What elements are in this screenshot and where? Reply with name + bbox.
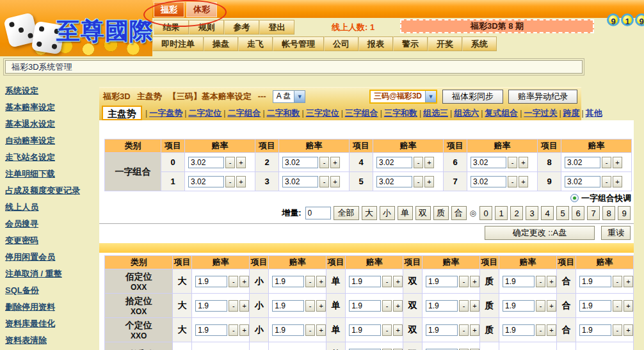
odds-plus-button[interactable]: + — [519, 176, 528, 187]
odds-minus-button[interactable]: - — [459, 300, 469, 312]
filter-prime-button[interactable]: 质 — [433, 206, 449, 220]
odds-input[interactable] — [426, 276, 458, 287]
odds-input[interactable] — [195, 276, 227, 287]
odds-minus-button[interactable]: - — [613, 324, 622, 336]
odds-minus-button[interactable]: - — [613, 300, 622, 312]
odds-input[interactable] — [471, 176, 506, 187]
odds-minus-button[interactable]: - — [508, 176, 517, 187]
tab-one-digit-board[interactable]: 一字盘势 — [149, 107, 182, 119]
increment-input[interactable] — [305, 207, 331, 219]
digit-1-button[interactable]: 1 — [495, 206, 508, 220]
sidebar-item-table-clear[interactable]: 资料表清除 — [5, 336, 47, 345]
odds-minus-button[interactable]: - — [229, 276, 238, 287]
odds-plus-button[interactable]: + — [316, 276, 326, 287]
filter-all-button[interactable]: 全部 — [334, 206, 359, 220]
odds-plus-button[interactable]: + — [424, 176, 434, 187]
sidebar-item-quota-log[interactable]: 占成及额度变更记录 — [5, 186, 80, 195]
digit-4-button[interactable]: 4 — [541, 206, 554, 220]
plate-select[interactable]: A 盘 ▼ — [273, 90, 306, 103]
odds-minus-button[interactable]: - — [414, 157, 423, 168]
menu-live-bets-button[interactable]: 即时注单 — [152, 36, 204, 51]
sidebar-item-sql-backup[interactable]: SQL备份 — [5, 286, 39, 295]
menu-company-button[interactable]: 公司 — [324, 36, 358, 51]
odds-input[interactable] — [376, 176, 412, 187]
tab-ticai[interactable]: 体彩 — [186, 2, 217, 17]
odds-plus-button[interactable]: + — [239, 300, 249, 312]
odds-input[interactable] — [426, 324, 458, 336]
odds-minus-button[interactable]: - — [305, 324, 315, 336]
menu-draw-button[interactable]: 开奖 — [428, 36, 462, 51]
odds-plus-button[interactable]: + — [330, 176, 340, 187]
sidebar-item-bet-download[interactable]: 注单明细下载 — [5, 170, 55, 179]
odds-plus-button[interactable]: + — [470, 300, 479, 312]
odds-plus-button[interactable]: + — [624, 300, 633, 312]
odds-input[interactable] — [195, 300, 227, 312]
sync-button[interactable]: 福体彩同步 — [442, 90, 503, 104]
menu-logout-button[interactable]: 登出 — [259, 20, 294, 35]
odds-plus-button[interactable]: + — [624, 324, 633, 336]
odds-minus-button[interactable]: - — [229, 300, 238, 312]
tab-two-digit-sum[interactable]: 二字和数 — [267, 107, 300, 119]
digit-5-button[interactable]: 5 — [556, 206, 569, 220]
odds-plus-button[interactable]: + — [613, 157, 622, 168]
odds-input[interactable] — [579, 276, 611, 287]
tab-two-digit-combo[interactable]: 二字组合 — [227, 107, 261, 119]
menu-reference-button[interactable]: 参考 — [224, 20, 259, 35]
odds-plus-button[interactable]: + — [393, 324, 403, 336]
odds-minus-button[interactable]: - — [225, 157, 235, 168]
filter-small-button[interactable]: 小 — [380, 206, 395, 220]
odds-input[interactable] — [565, 176, 600, 187]
tab-three-digit-combo[interactable]: 三字组合 — [345, 107, 378, 119]
sidebar-item-db-optimize[interactable]: 资料库最佳化 — [5, 319, 55, 328]
tab-two-digit-position[interactable]: 二字定位 — [188, 107, 221, 119]
menu-zoufei-button[interactable]: 走飞 — [238, 36, 273, 51]
odds-change-log-button[interactable]: 赔率异动纪录 — [508, 90, 577, 104]
odds-minus-button[interactable]: - — [319, 157, 329, 168]
menu-results-button[interactable]: 结果 — [154, 20, 189, 35]
filter-big-button[interactable]: 大 — [362, 206, 377, 220]
odds-input[interactable] — [188, 157, 224, 168]
odds-input[interactable] — [579, 324, 611, 336]
sidebar-item-zoufei-station[interactable]: 走飞站名设定 — [5, 153, 55, 162]
odds-input[interactable] — [349, 300, 381, 312]
odds-input[interactable] — [565, 157, 600, 168]
odds-minus-button[interactable]: - — [508, 157, 517, 168]
odds-minus-button[interactable]: - — [536, 276, 545, 287]
odds-plus-button[interactable]: + — [316, 324, 326, 336]
menu-account-mgmt-button[interactable]: 帐号管理 — [273, 36, 324, 51]
odds-minus-button[interactable]: - — [613, 276, 622, 287]
odds-input[interactable] — [376, 157, 412, 168]
odds-plus-button[interactable]: + — [547, 324, 556, 336]
odds-minus-button[interactable]: - — [459, 324, 469, 336]
odds-plus-button[interactable]: + — [624, 276, 633, 287]
odds-input[interactable] — [503, 324, 535, 336]
odds-minus-button[interactable]: - — [602, 176, 611, 187]
sidebar-item-member-search[interactable]: 会员搜寻 — [5, 219, 38, 228]
tab-fucai[interactable]: 福彩 — [154, 2, 184, 17]
odds-input[interactable] — [349, 324, 381, 336]
odds-input[interactable] — [579, 300, 611, 312]
odds-minus-button[interactable]: - — [536, 300, 545, 312]
digit-7-button[interactable]: 7 — [587, 206, 600, 220]
sidebar-item-base-odds[interactable]: 基本赔率设定 — [5, 103, 55, 112]
tab-compound-combo[interactable]: 复式组合 — [485, 107, 518, 119]
digit-2-button[interactable]: 2 — [510, 206, 523, 220]
odds-input[interactable] — [426, 300, 458, 312]
odds-minus-button[interactable]: - — [602, 157, 611, 168]
odds-plus-button[interactable]: + — [393, 300, 403, 312]
sidebar-item-system-settings[interactable]: 系统设定 — [5, 86, 38, 95]
odds-input[interactable] — [503, 276, 535, 287]
digit-9-button[interactable]: 9 — [618, 206, 631, 220]
menu-rules-button[interactable]: 规则 — [189, 20, 224, 35]
odds-input[interactable] — [272, 276, 304, 287]
odds-plus-button[interactable]: + — [236, 157, 246, 168]
odds-input[interactable] — [471, 157, 506, 168]
menu-system-button[interactable]: 系统 — [462, 36, 497, 51]
odds-minus-button[interactable]: - — [305, 276, 315, 287]
odds-input[interactable] — [282, 157, 318, 168]
odds-minus-button[interactable]: - — [319, 176, 329, 187]
odds-minus-button[interactable]: - — [382, 300, 392, 312]
tab-three-digit-sum[interactable]: 三字和数 — [384, 107, 417, 119]
odds-plus-button[interactable]: + — [393, 276, 403, 287]
odds-minus-button[interactable]: - — [305, 300, 315, 312]
